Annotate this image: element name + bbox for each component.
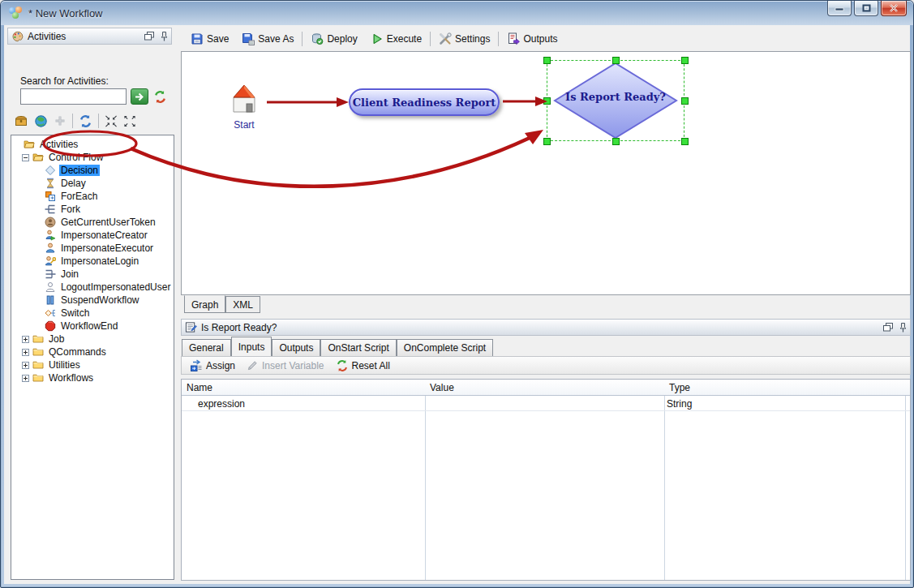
impersonate-login-icon [45, 255, 56, 267]
tree-item-activities[interactable]: Activities [12, 138, 173, 151]
assign-button[interactable]: Assign [187, 358, 238, 374]
outputs-button[interactable]: Outputs [502, 29, 562, 49]
toolbar-separator [72, 114, 73, 128]
insert-variable-icon [247, 359, 259, 371]
search-input[interactable] [20, 88, 127, 105]
pin-icon[interactable] [161, 32, 168, 41]
main-toolbar: Save Save As Deploy Execute Settings [181, 28, 907, 49]
tree-item-utilities[interactable]: Utilities [12, 358, 173, 371]
properties-panel-header: Is Report Ready? [181, 319, 911, 336]
properties-actions-toolbar: Assign Insert Variable Reset All [181, 356, 911, 375]
add-icon[interactable] [54, 114, 67, 127]
globe-icon[interactable] [34, 114, 48, 128]
tree-item-getcurrentusertoken[interactable]: GetCurrentUserToken [12, 216, 173, 229]
settings-icon [439, 32, 452, 45]
column-header-type[interactable]: Type [669, 382, 690, 393]
tab-outputs[interactable]: Outputs [272, 339, 320, 356]
collapse-expander-icon[interactable] [22, 154, 29, 161]
tree-item-job[interactable]: Job [12, 333, 173, 346]
folder-closed-icon [32, 346, 44, 358]
tree-item-delay[interactable]: Delay [12, 177, 173, 190]
search-refresh-button[interactable] [151, 88, 169, 105]
cell-name[interactable]: expression [198, 398, 245, 410]
folder-closed-icon [32, 372, 44, 384]
expand-expander-icon[interactable] [22, 375, 29, 382]
expand-expander-icon[interactable] [22, 362, 29, 369]
collapse-all-icon[interactable] [105, 115, 118, 127]
tab-xml[interactable]: XML [225, 296, 260, 313]
column-header-value[interactable]: Value [430, 382, 454, 393]
workflow-canvas[interactable]: Start Client Readiness Report Is Report [181, 51, 911, 295]
tab-oncomplete-script[interactable]: OnComplete Script [397, 339, 493, 356]
table-header: Name Value Type [182, 380, 910, 396]
window-title: * New Workflow [28, 7, 103, 19]
tree-item-foreach[interactable]: ForEach [12, 190, 173, 203]
tab-inputs[interactable]: Inputs [231, 337, 272, 356]
tree-item-logoutimpersonateduser[interactable]: LogoutImpersonatedUser [12, 281, 173, 294]
titlebar[interactable]: * New Workflow [1, 1, 913, 25]
execute-icon [371, 32, 384, 45]
properties-panel-title: Is Report Ready? [201, 322, 277, 333]
expand-all-icon[interactable] [123, 115, 136, 127]
tree-item-control-flow[interactable]: Control Flow [12, 151, 173, 164]
expand-expander-icon[interactable] [22, 336, 29, 343]
search-label: Search for Activities: [20, 75, 109, 87]
tree-item-workflowend[interactable]: WorkflowEnd [12, 320, 173, 333]
maximize-button[interactable] [854, 1, 878, 16]
tree-item-switch[interactable]: Switch [12, 307, 173, 320]
tab-graph[interactable]: Graph [184, 295, 225, 313]
search-refresh-icon [153, 90, 167, 104]
tree-item-qcommands[interactable]: QCommands [12, 346, 173, 358]
folder-open-icon [32, 152, 44, 163]
float-panel-icon[interactable] [883, 323, 893, 332]
tree-item-join[interactable]: Join [12, 268, 173, 281]
float-panel-icon[interactable] [144, 32, 154, 41]
close-icon [889, 4, 899, 12]
properties-icon [185, 321, 197, 333]
tab-onstart-script[interactable]: OnStart Script [320, 339, 396, 356]
switch-icon [45, 307, 56, 319]
join-icon [45, 268, 56, 280]
client-area: Activities Search for Activities: [4, 25, 910, 584]
close-button[interactable] [881, 1, 907, 16]
column-header-name[interactable]: Name [187, 382, 212, 393]
foreach-icon [45, 191, 56, 202]
pin-icon[interactable] [899, 323, 907, 333]
search-go-button[interactable] [131, 88, 148, 105]
folder-closed-icon [32, 359, 44, 371]
tree-item-impersonatecreator[interactable]: ImpersonateCreator [12, 229, 173, 242]
save-as-button[interactable]: Save As [237, 29, 298, 49]
workflow-end-icon [45, 320, 56, 332]
tree-item-suspendworkflow[interactable]: SuspendWorkflow [12, 294, 173, 307]
settings-button[interactable]: Settings [434, 29, 495, 49]
reset-all-button[interactable]: Reset All [333, 358, 393, 374]
chest-icon[interactable] [14, 114, 28, 127]
app-icon [9, 6, 24, 19]
refresh-tree-icon[interactable] [79, 114, 92, 128]
tree-item-fork[interactable]: Fork [12, 203, 173, 216]
tab-general[interactable]: General [182, 339, 231, 356]
canvas-view-tabs: Graph XML [184, 295, 260, 313]
user-token-icon [45, 217, 56, 228]
tree-item-decision[interactable]: Decision [12, 164, 173, 177]
suspend-icon [45, 294, 56, 306]
save-button[interactable]: Save [186, 29, 234, 49]
deploy-icon [311, 32, 324, 45]
tree-item-workflows[interactable]: Workflows [12, 371, 173, 384]
minimize-icon [835, 5, 844, 12]
toolbar-separator [430, 32, 431, 46]
minimize-button[interactable] [827, 1, 852, 16]
logout-user-icon [45, 281, 56, 293]
expand-expander-icon[interactable] [22, 349, 29, 356]
cell-type[interactable]: String [667, 398, 692, 410]
table-row[interactable]: expression String [182, 397, 910, 411]
impersonate-creator-icon [45, 230, 56, 241]
activities-tree: Activities Control Flow Decision Delay F… [11, 135, 174, 580]
execute-button[interactable]: Execute [366, 29, 427, 49]
tree-item-impersonatelogin[interactable]: ImpersonateLogin [12, 255, 173, 268]
properties-tabs: General Inputs Outputs OnStart Script On… [182, 337, 493, 356]
insert-variable-button[interactable]: Insert Variable [243, 358, 327, 373]
tree-item-impersonateexecutor[interactable]: ImpersonateExecutor [12, 242, 173, 255]
save-as-icon [242, 32, 255, 45]
deploy-button[interactable]: Deploy [306, 29, 362, 49]
